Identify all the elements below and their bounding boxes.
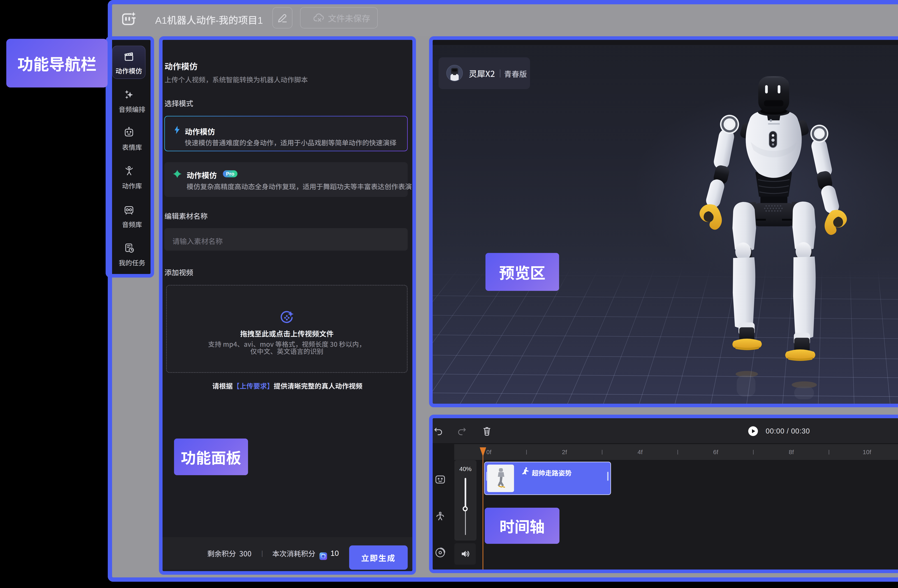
svg-text:10f: 10f	[863, 449, 871, 456]
svg-text:2f: 2f	[562, 449, 567, 456]
svg-text:8f: 8f	[789, 449, 794, 456]
svg-text:4f: 4f	[638, 449, 643, 456]
svg-text:6f: 6f	[713, 449, 718, 456]
svg-text:0f: 0f	[486, 449, 492, 456]
